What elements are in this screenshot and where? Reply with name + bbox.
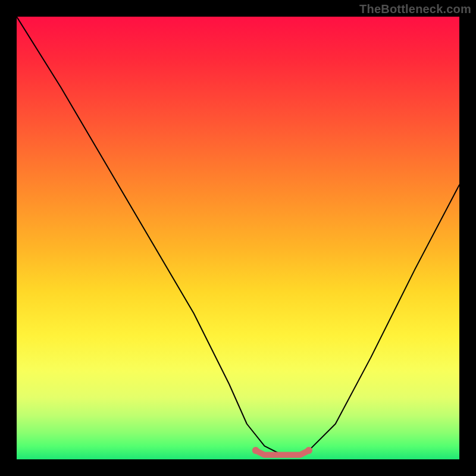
- svg-point-0: [252, 447, 259, 454]
- svg-point-1: [305, 447, 312, 454]
- curve-layer: [17, 17, 459, 459]
- plot-area: [17, 17, 459, 459]
- main-curve: [17, 17, 459, 455]
- chart-frame: TheBottleneck.com: [0, 0, 476, 476]
- bottom-segment: [252, 447, 312, 455]
- watermark-text: TheBottleneck.com: [359, 2, 471, 16]
